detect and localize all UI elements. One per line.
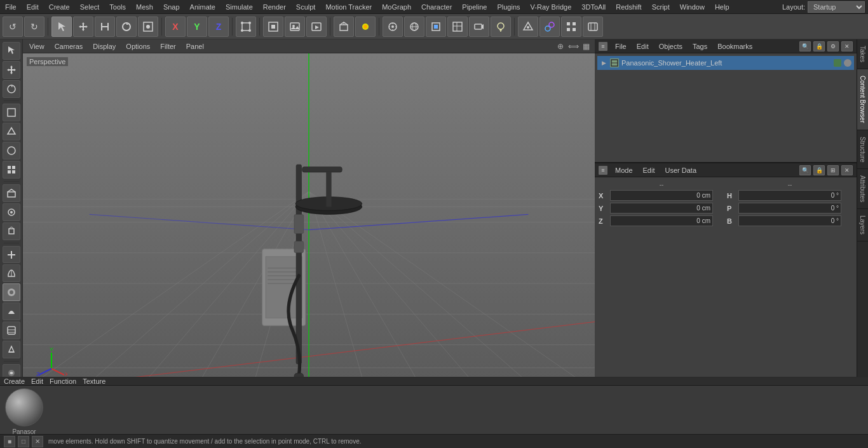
menu-script[interactable]: Script bbox=[647, 2, 675, 12]
grid-button[interactable] bbox=[447, 17, 468, 37]
menu-mesh[interactable]: Mesh bbox=[131, 2, 158, 12]
tab-layers[interactable]: Layers bbox=[857, 209, 868, 241]
viewport-3d[interactable]: Perspective Grid Spacing : 100 cm Y X Z bbox=[23, 53, 595, 391]
attr-search-btn[interactable]: 🔍 bbox=[799, 165, 811, 175]
mode-transform-button[interactable] bbox=[138, 17, 158, 37]
objects-settings-btn[interactable]: ⚙ bbox=[827, 41, 839, 51]
attributes-menu-userdata[interactable]: User Data bbox=[663, 165, 700, 175]
left-tool-12[interactable] bbox=[3, 264, 20, 282]
mat-menu-texture[interactable]: Texture bbox=[83, 377, 105, 385]
objects-menu-edit[interactable]: Edit bbox=[634, 41, 651, 51]
tab-content-browser[interactable]: Content Browser bbox=[857, 69, 868, 130]
menu-vray[interactable]: V-Ray Bridge bbox=[526, 2, 577, 12]
vp-icon-arrows[interactable]: ⟺ bbox=[568, 41, 578, 51]
menu-pipeline[interactable]: Pipeline bbox=[457, 2, 492, 12]
layout-select[interactable]: Startup Standard Animation bbox=[808, 1, 865, 13]
extra2-button[interactable] bbox=[539, 17, 560, 37]
mode-move-button[interactable] bbox=[73, 17, 93, 37]
menu-character[interactable]: Character bbox=[416, 2, 457, 12]
object-mode-button[interactable] bbox=[236, 17, 256, 37]
attributes-menu-mode[interactable]: Mode bbox=[613, 165, 635, 175]
vp-icon-layout[interactable]: ▦ bbox=[581, 41, 591, 51]
vp-menu-display[interactable]: Display bbox=[90, 41, 118, 51]
left-tool-7[interactable] bbox=[3, 161, 20, 179]
coord-y-input[interactable] bbox=[610, 203, 713, 214]
paint-button[interactable] bbox=[426, 17, 446, 37]
left-tool-1[interactable] bbox=[3, 42, 20, 60]
mode-rotate-button[interactable] bbox=[116, 17, 137, 37]
view-light-button[interactable] bbox=[355, 17, 376, 37]
extra3-button[interactable] bbox=[561, 17, 581, 37]
objects-search-btn[interactable]: 🔍 bbox=[799, 41, 811, 51]
left-tool-2[interactable] bbox=[3, 61, 20, 79]
menu-plugins[interactable]: Plugins bbox=[492, 2, 525, 12]
menu-help[interactable]: Help bbox=[710, 2, 735, 12]
menu-snap[interactable]: Snap bbox=[158, 2, 185, 12]
left-tool-active[interactable] bbox=[3, 283, 20, 301]
menu-redshift[interactable]: Redshift bbox=[611, 2, 646, 12]
menu-select[interactable]: Select bbox=[75, 2, 105, 12]
menu-motion-tracker[interactable]: Motion Tracker bbox=[320, 2, 377, 12]
objects-menu-bookmarks[interactable]: Bookmarks bbox=[715, 41, 755, 51]
status-icon-close[interactable]: ✕ bbox=[32, 436, 43, 447]
mat-menu-function[interactable]: Function bbox=[50, 377, 76, 385]
vp-menu-options[interactable]: Options bbox=[123, 41, 153, 51]
coord-b-input[interactable] bbox=[738, 215, 841, 226]
axis-y-button[interactable]: Y bbox=[187, 17, 207, 37]
objects-menu-tags[interactable]: Tags bbox=[690, 41, 710, 51]
extra1-button[interactable] bbox=[518, 17, 538, 37]
vp-icon-expand[interactable]: ⊕ bbox=[555, 41, 566, 51]
render-active-button[interactable] bbox=[306, 17, 327, 37]
object-color-swatch[interactable] bbox=[834, 59, 841, 67]
menu-sculpt[interactable]: Sculpt bbox=[291, 2, 321, 12]
texture-button[interactable] bbox=[404, 17, 424, 37]
status-icon-render[interactable]: ■ bbox=[4, 436, 15, 447]
attr-close-btn[interactable]: ✕ bbox=[841, 165, 853, 175]
coord-h-input[interactable] bbox=[738, 190, 841, 201]
extra4-button[interactable] bbox=[583, 17, 603, 37]
object-expand-icon[interactable]: ▶ bbox=[600, 59, 607, 67]
mat-menu-create[interactable]: Create bbox=[4, 377, 25, 385]
axis-x-button[interactable]: X bbox=[165, 17, 186, 37]
left-tool-6[interactable] bbox=[3, 142, 20, 160]
left-tool-4[interactable] bbox=[3, 104, 20, 121]
left-tool-8[interactable] bbox=[3, 184, 20, 202]
menu-edit[interactable]: Edit bbox=[22, 2, 44, 12]
left-tool-9[interactable] bbox=[3, 203, 20, 221]
render-region-button[interactable] bbox=[263, 17, 283, 37]
coord-z-input[interactable] bbox=[610, 215, 713, 226]
left-tool-11[interactable] bbox=[3, 246, 20, 264]
tab-takes[interactable]: Takes bbox=[857, 39, 868, 69]
left-tool-16[interactable] bbox=[3, 341, 20, 358]
snap-button[interactable] bbox=[383, 17, 403, 37]
left-tool-14[interactable] bbox=[3, 302, 20, 320]
vp-menu-filter[interactable]: Filter bbox=[158, 41, 178, 51]
left-tool-5[interactable] bbox=[3, 123, 20, 140]
mode-select-button[interactable] bbox=[51, 17, 72, 37]
objects-close-btn[interactable]: ✕ bbox=[841, 41, 853, 51]
mat-menu-edit[interactable]: Edit bbox=[31, 377, 43, 385]
objects-lock-btn[interactable]: 🔒 bbox=[813, 41, 825, 51]
view-perspective-button[interactable] bbox=[334, 17, 354, 37]
attributes-menu-edit[interactable]: Edit bbox=[641, 165, 658, 175]
camera-button[interactable] bbox=[469, 17, 489, 37]
vp-menu-panel[interactable]: Panel bbox=[184, 41, 207, 51]
vp-menu-cameras[interactable]: Cameras bbox=[52, 41, 86, 51]
menu-file[interactable]: File bbox=[0, 2, 22, 12]
material-item[interactable]: Panasor bbox=[5, 388, 43, 435]
tab-attributes[interactable]: Attributes bbox=[857, 169, 868, 209]
menu-mograph[interactable]: MoGraph bbox=[377, 2, 416, 12]
vp-menu-view[interactable]: View bbox=[27, 41, 47, 51]
left-tool-3[interactable] bbox=[3, 80, 20, 98]
status-icon-window[interactable]: □ bbox=[18, 436, 29, 447]
menu-window[interactable]: Window bbox=[675, 2, 710, 12]
menu-create[interactable]: Create bbox=[44, 2, 75, 12]
bulb-button[interactable] bbox=[491, 17, 511, 37]
tab-structure[interactable]: Structure bbox=[857, 130, 868, 170]
render-picture-button[interactable] bbox=[285, 17, 305, 37]
menu-render[interactable]: Render bbox=[258, 2, 291, 12]
menu-3dtoall[interactable]: 3DToAll bbox=[576, 2, 611, 12]
mode-scale-button[interactable] bbox=[95, 17, 115, 37]
menu-animate[interactable]: Animate bbox=[185, 2, 220, 12]
attr-expand-btn[interactable]: ⊞ bbox=[827, 165, 839, 175]
